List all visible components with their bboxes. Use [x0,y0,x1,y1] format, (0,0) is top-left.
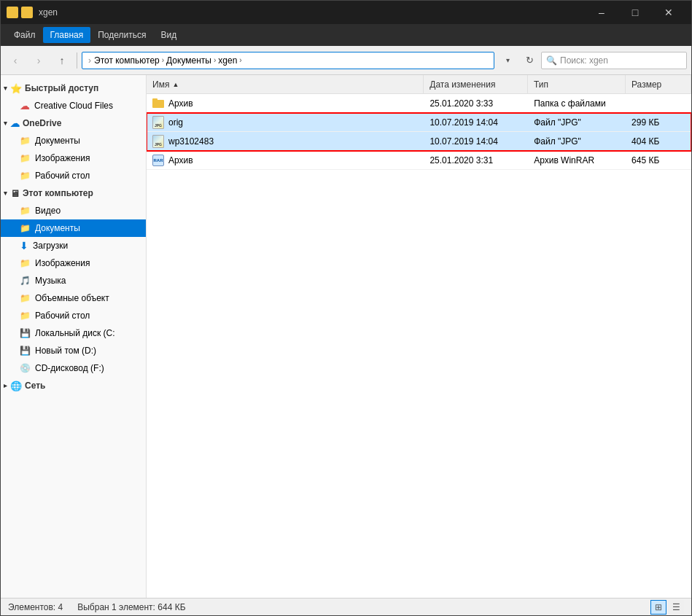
titlebar-icons [7,7,33,18]
cd-icon: 💿 [20,363,31,373]
quick-access-icon: ⭐ [10,83,22,94]
breadcrumb-pc[interactable]: Этот компьютер [94,55,160,66]
file-cell-date: 10.07.2019 14:04 [424,113,528,131]
file-cell-name: Архив [147,94,424,112]
sidebar-item-creative-cloud[interactable]: ☁ Creative Cloud Files [1,97,146,114]
sidebar-item-onedrive-docs[interactable]: 📁 Документы [1,132,146,149]
dropdown-button[interactable]: ▾ [497,50,518,71]
new-volume-label: Новый том (D:) [35,346,96,356]
toolbar-divider [77,52,77,69]
sidebar-section-thispc[interactable]: ▾ 🖥 Этот компьютер [1,184,146,202]
table-row[interactable]: RAR Архив 25.01.2020 3:31 Архив WinRAR 6… [147,151,691,170]
jpg-icon: JPG [152,136,164,147]
breadcrumb-docs[interactable]: Документы [166,55,211,66]
new-volume-icon: 💾 [20,346,31,356]
sidebar-section-onedrive[interactable]: ▾ ☁ OneDrive [1,114,146,132]
sidebar: ▾ ⭐ Быстрый доступ ☁ Creative Cloud File… [1,75,147,598]
file-cell-name: RAR Архив [147,151,424,169]
table-row[interactable]: Архив 25.01.2020 3:33 Папка с файлами [147,94,691,113]
explorer-window: xgen – □ ✕ Файл Главная Поделиться Вид ‹… [0,0,692,616]
sidebar-section-network[interactable]: ▸ 🌐 Сеть [1,377,146,394]
cd-label: CD-дисковод (F:) [35,363,104,373]
file-cell-name: JPG wp3102483 [147,132,424,150]
refresh-button[interactable]: ↻ [521,52,538,69]
video-label: Видео [35,206,61,216]
onedrive-expand-icon: ▾ [4,120,7,127]
back-button[interactable]: ‹ [5,50,26,71]
up-button[interactable]: ↑ [52,50,72,71]
breadcrumb-path[interactable]: › Этот компьютер › Документы › xgen › [82,52,494,69]
onedrive-images-icon: 📁 [20,153,31,163]
documents-icon: 📁 [20,223,31,233]
main-content: ▾ ⭐ Быстрый доступ ☁ Creative Cloud File… [1,75,691,598]
view-controls: ⊞ ☰ [650,600,684,615]
sidebar-item-pictures[interactable]: 📁 Изображения [1,254,146,272]
breadcrumb-xgen[interactable]: xgen [218,55,237,66]
sidebar-item-video[interactable]: 📁 Видео [1,202,146,219]
music-icon: 🎵 [20,276,31,286]
titlebar: xgen – □ ✕ [1,1,691,24]
sidebar-item-onedrive-images[interactable]: 📁 Изображения [1,149,146,167]
sidebar-item-new-volume[interactable]: 💾 Новый том (D:) [1,342,146,359]
creative-cloud-icon: ☁ [20,100,30,112]
network-label: Сеть [25,381,45,391]
downloads-label: Загрузки [33,241,68,251]
sidebar-item-onedrive-desktop[interactable]: 📁 Рабочий стол [1,167,146,184]
sidebar-item-3dobjects[interactable]: 📁 Объемные объект [1,289,146,307]
window-icon-1 [7,7,18,18]
downloads-icon: ⬇ [20,240,28,252]
col-header-name[interactable]: Имя ▲ [147,75,424,93]
close-button[interactable]: ✕ [652,1,685,24]
table-row[interactable]: JPG wp3102483 10.07.2019 14:04 Файл "JPG… [147,132,691,151]
onedrive-images-label: Изображения [35,153,90,163]
elements-count: Элементов: 4 [8,602,63,612]
file-cell-size: 404 КБ [626,132,691,150]
search-placeholder: Поиск: xgen [560,55,608,66]
pictures-icon: 📁 [20,258,31,268]
search-icon: 🔍 [546,55,557,66]
file-cell-date: 25.01.2020 3:31 [424,151,528,169]
menu-home[interactable]: Главная [43,27,91,43]
file-cell-type: Файл "JPG" [528,113,626,131]
onedrive-docs-icon: 📁 [20,136,31,146]
col-header-size[interactable]: Размер [626,75,691,93]
minimize-button[interactable]: – [585,1,618,24]
window-title: xgen [39,7,585,17]
sidebar-item-desktop[interactable]: 📁 Рабочий стол [1,307,146,324]
menu-file[interactable]: Файл [7,27,43,43]
col-header-type[interactable]: Тип [528,75,626,93]
view-details-button[interactable]: ⊞ [650,600,666,615]
sidebar-item-documents[interactable]: 📁 Документы [1,219,146,237]
breadcrumb-item: › [88,55,91,66]
search-box[interactable]: 🔍 Поиск: xgen [541,52,687,69]
forward-button[interactable]: › [28,50,49,71]
sidebar-item-cd[interactable]: 💿 CD-дисковод (F:) [1,359,146,377]
menu-view[interactable]: Вид [153,27,184,43]
col-header-date[interactable]: Дата изменения [424,75,528,93]
file-cell-name: JPG orig [147,113,424,131]
view-list-button[interactable]: ☰ [668,600,684,615]
selected-info: Выбран 1 элемент: 644 КБ [77,602,185,612]
breadcrumb-sep3: › [239,56,241,64]
rar-icon: RAR [152,155,164,166]
sidebar-item-localdisk-c[interactable]: 💾 Локальный диск (С: [1,324,146,342]
file-cell-size: 645 КБ [626,151,691,169]
creative-cloud-label: Creative Cloud Files [34,101,113,111]
onedrive-docs-label: Документы [35,136,80,146]
maximize-button[interactable]: □ [618,1,652,24]
file-cell-type: Файл "JPG" [528,132,626,150]
sidebar-item-downloads[interactable]: ⬇ Загрузки [1,237,146,254]
quick-access-label: Быстрый доступ [25,83,98,93]
network-expand-icon: ▸ [4,382,7,389]
sort-arrow-name: ▲ [172,81,179,88]
menu-share[interactable]: Поделиться [90,27,153,43]
documents-label: Документы [35,223,80,233]
column-headers: Имя ▲ Дата изменения Тип Размер [147,75,691,94]
statusbar: Элементов: 4 Выбран 1 элемент: 644 КБ ⊞ … [1,598,691,615]
table-row[interactable]: JPG orig 10.07.2019 14:04 Файл "JPG" [147,113,691,132]
file-cell-type: Архив WinRAR [528,151,626,169]
thispc-icon: 🖥 [10,188,20,199]
sidebar-item-music[interactable]: 🎵 Музыка [1,272,146,289]
sidebar-section-quick-access[interactable]: ▾ ⭐ Быстрый доступ [1,79,146,97]
desktop-icon: 📁 [20,311,31,321]
